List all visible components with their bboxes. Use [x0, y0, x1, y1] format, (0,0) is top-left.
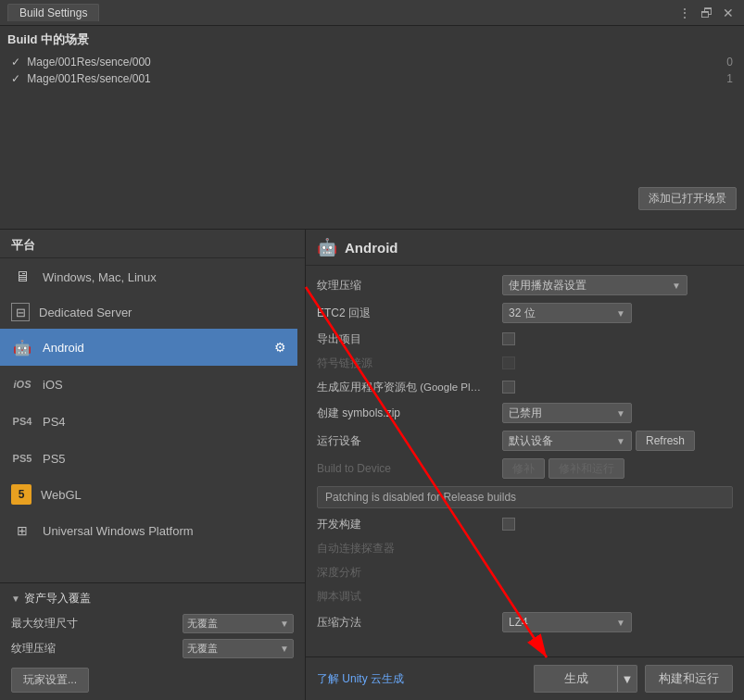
compress-method-dropdown[interactable]: LZ4 ▼ [502, 612, 632, 632]
etc2-dropdown[interactable]: 32 位 ▼ [502, 303, 632, 323]
sidebar-item-ps4[interactable]: PS4 PS4 [0, 403, 297, 440]
menu-icon[interactable]: ⋮ [675, 6, 694, 20]
export-value [502, 332, 733, 345]
platform-label-dedicated: Dedicated Server [39, 306, 132, 319]
chevron-down-icon: ▼ [616, 618, 625, 628]
deep-profiling-label: 深度分析 [317, 565, 502, 581]
symlink-checkbox[interactable] [502, 356, 515, 369]
texture-compress-setting-label: 纹理压缩 [317, 278, 502, 294]
setting-row-etc2: ETC2 回退 32 位 ▼ [306, 299, 744, 327]
add-scene-btn-row: 添加已打开场景 [7, 183, 737, 212]
scene-index-0: 0 [726, 56, 733, 69]
platform-label-windows: Windows, Mac, Linux [43, 270, 157, 284]
scene-list: ✓ Mage/001Res/sence/000 0 ✓ Mage/001Res/… [7, 54, 737, 183]
texture-compress-label: 纹理压缩 [11, 641, 85, 656]
dev-build-checkbox[interactable] [502, 518, 515, 531]
run-device-label: 运行设备 [317, 433, 502, 449]
export-checkbox[interactable] [502, 332, 515, 345]
sidebar-item-dedicated[interactable]: ⊟ Dedicated Server [0, 295, 297, 329]
sidebar-item-android[interactable]: 🤖 Android ⚙ [0, 329, 297, 366]
add-open-scene-button[interactable]: 添加已打开场景 [638, 187, 737, 210]
chevron-down-icon: ▼ [616, 436, 625, 446]
setting-row-export: 导出项目 [306, 327, 744, 351]
app-bundle-checkbox[interactable] [502, 381, 515, 394]
patching-info-bar: Patching is disabled for Release builds [317, 486, 733, 508]
chevron-down-icon: ▼ [280, 644, 289, 654]
platform-label-ios: iOS [43, 378, 63, 392]
chevron-down-icon: ▼ [616, 408, 625, 419]
dev-build-value [502, 518, 733, 531]
texture-size-dropdown[interactable]: 无覆盖 ▼ [183, 614, 294, 633]
asset-overrides-header: ▼ 资产导入覆盖 [11, 591, 294, 606]
override-row-texture-size: 最大纹理尺寸 无覆盖 ▼ [11, 614, 294, 633]
platform-label-ps4: PS4 [43, 415, 66, 429]
symbols-dropdown[interactable]: 已禁用 ▼ [502, 403, 632, 423]
patch-run-button[interactable]: 修补和运行 [549, 458, 624, 479]
windows-icon: 🖥 [11, 266, 33, 288]
dev-build-label: 开发构建 [317, 517, 502, 532]
export-label: 导出项目 [317, 331, 502, 347]
bottom-section: 平台 🖥 Windows, Mac, Linux ⊟ Dedicated Ser… [0, 230, 744, 700]
etc2-label: ETC2 回退 [317, 306, 502, 321]
uwp-icon: ⊞ [11, 519, 33, 542]
dedicated-icon: ⊟ [11, 303, 30, 321]
auto-connect-label: 自动连接探查器 [317, 541, 502, 556]
scene-check-0: ✓ [11, 56, 23, 69]
refresh-button[interactable]: Refresh [636, 431, 695, 451]
triangle-icon: ▼ [11, 594, 20, 604]
build-dropdown-arrow-button[interactable]: ▼ [617, 665, 637, 693]
sidebar-item-webgl[interactable]: 5 WebGL [0, 477, 297, 512]
ios-icon: iOS [11, 373, 33, 395]
symlink-label: 符号链接源 [317, 356, 502, 371]
main-container: Build 中的场景 ✓ Mage/001Res/sence/000 0 ✓ M… [0, 26, 744, 700]
settings-content: 纹理压缩 使用播放器设置 ▼ ETC2 回退 32 位 ▼ [306, 266, 744, 656]
override-row-texture-compress: 纹理压缩 无覆盖 ▼ [11, 639, 294, 658]
script-debug-label: 脚本调试 [317, 589, 502, 605]
setting-row-app-bundle: 生成应用程序资源包 (Google Pl… [306, 375, 744, 399]
restore-icon[interactable]: 🗗 [698, 6, 716, 20]
texture-compress-dropdown[interactable]: 无覆盖 ▼ [183, 639, 294, 658]
platform-label-uwp: Universal Windows Platform [43, 524, 194, 538]
chevron-down-icon: ▼ [616, 308, 625, 319]
platform-label-ps5: PS5 [43, 452, 66, 466]
setting-row-dev-build: 开发构建 [306, 512, 744, 536]
android-settings-gear-icon[interactable]: ⚙ [274, 340, 286, 355]
app-bundle-value [502, 381, 733, 394]
scene-item[interactable]: ✓ Mage/001Res/sence/000 0 [7, 54, 737, 70]
setting-row-script-debug: 脚本调试 [306, 584, 744, 608]
action-buttons: 生成 ▼ 构建和运行 [534, 665, 733, 693]
setting-row-compress: 压缩方法 LZ4 ▼ [306, 608, 744, 636]
scene-item[interactable]: ✓ Mage/001Res/sence/001 1 [7, 70, 737, 87]
texture-compress-value: 使用播放器设置 ▼ [502, 275, 733, 295]
title-tab[interactable]: Build Settings [7, 4, 99, 21]
scene-path-1: Mage/001Res/sence/001 [27, 72, 150, 85]
setting-row-texture-compress: 纹理压缩 使用播放器设置 ▼ [306, 271, 744, 299]
learn-unity-cloud-link[interactable]: 了解 Unity 云生成 [317, 671, 404, 687]
sidebar-item-ps5[interactable]: PS5 PS5 [0, 440, 297, 477]
android-platform-name: Android [345, 240, 398, 256]
title-bar-controls[interactable]: ⋮ 🗗 ✕ [675, 6, 737, 20]
setting-row-run-device: 运行设备 默认设备 ▼ Refresh [306, 427, 744, 455]
app-bundle-label: 生成应用程序资源包 (Google Pl… [317, 381, 502, 394]
texture-compress-dropdown[interactable]: 使用播放器设置 ▼ [502, 275, 687, 295]
player-settings-button[interactable]: 玩家设置... [11, 668, 89, 693]
symlink-value [502, 356, 733, 369]
build-and-run-button[interactable]: 构建和运行 [645, 665, 733, 693]
title-bar-left: Build Settings [7, 4, 99, 21]
sidebar-item-ios[interactable]: iOS iOS [0, 366, 297, 403]
close-icon[interactable]: ✕ [720, 6, 737, 20]
run-device-dropdown[interactable]: 默认设备 ▼ [502, 431, 632, 451]
scene-index-1: 1 [726, 72, 733, 85]
setting-row-symbols: 创建 symbols.zip 已禁用 ▼ [306, 399, 744, 427]
settings-panel: 🤖 Android 纹理压缩 使用播放器设置 ▼ ETC2 回退 [306, 230, 744, 700]
android-header-icon: 🤖 [317, 237, 337, 257]
platform-label-webgl: WebGL [41, 488, 82, 502]
compress-method-value: LZ4 ▼ [502, 612, 733, 632]
build-button[interactable]: 生成 [534, 665, 617, 693]
ps5-icon: PS5 [11, 447, 33, 469]
patch-button[interactable]: 修补 [502, 458, 545, 479]
run-device-value: 默认设备 ▼ Refresh [502, 431, 733, 451]
sidebar-item-uwp[interactable]: ⊞ Universal Windows Platform [0, 512, 297, 549]
platform-sidebar: 平台 🖥 Windows, Mac, Linux ⊟ Dedicated Ser… [0, 230, 306, 700]
sidebar-item-windows[interactable]: 🖥 Windows, Mac, Linux [0, 258, 297, 295]
